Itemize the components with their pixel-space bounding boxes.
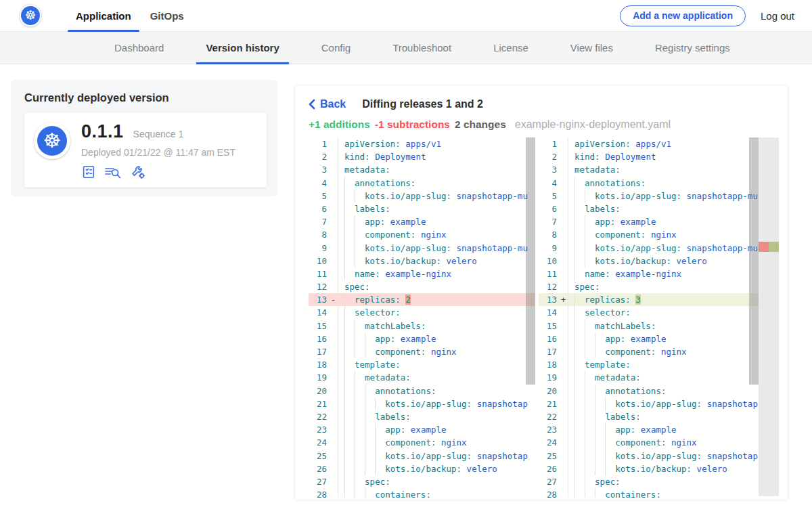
code-line: 1apiVersion: apps/v1 <box>309 137 535 150</box>
diff-filename: example-nginx-deployment.yaml <box>515 118 671 131</box>
tab-dashboard[interactable]: Dashboard <box>98 32 180 64</box>
code-line: 9kots.io/app-slug: snapshotapp-mu <box>539 242 779 255</box>
scrollbar-thumb[interactable] <box>749 137 759 385</box>
overview-ruler[interactable] <box>759 137 779 496</box>
kubernetes-logo: ☸ <box>19 4 42 27</box>
tab-registry-settings[interactable]: Registry settings <box>639 32 746 64</box>
code-line: 16app: example <box>539 332 779 345</box>
line-number: 24 <box>309 436 329 449</box>
line-number: 10 <box>309 255 329 267</box>
line-number: 2 <box>309 150 329 163</box>
code-line: 20annotations: <box>309 385 535 397</box>
line-number: 16 <box>309 332 329 345</box>
code-line: 7app: example <box>539 215 779 228</box>
diff-marker <box>559 332 568 345</box>
diff-marker <box>559 450 568 462</box>
line-number: 5 <box>309 190 329 202</box>
diff-marker <box>329 475 338 488</box>
changes-count: 2 changes <box>455 118 506 131</box>
line-number: 1 <box>309 137 329 150</box>
tab-config[interactable]: Config <box>305 32 367 64</box>
code-line: 8component: nginx <box>309 228 535 241</box>
scrollbar-thumb[interactable] <box>526 137 535 385</box>
diff-marker <box>559 150 568 163</box>
code-line: 4annotations: <box>539 177 779 190</box>
diff-marker <box>329 306 338 319</box>
tab-troubleshoot[interactable]: Troubleshoot <box>376 32 468 64</box>
code-line: 25kots.io/app-slug: snapshotap <box>309 450 535 462</box>
code-line: 10kots.io/backup: velero <box>539 255 779 267</box>
diff-marker <box>559 306 568 319</box>
kubernetes-wheel-icon: ☸ <box>37 126 67 156</box>
code-line: 8component: nginx <box>539 228 779 241</box>
tab-version-history[interactable]: Version history <box>189 32 295 64</box>
diff-marker <box>329 242 338 255</box>
code-line: 24component: nginx <box>539 436 779 449</box>
config-icon[interactable] <box>130 164 146 180</box>
additions-count: +1 additions <box>309 118 370 131</box>
diff-marker <box>329 150 338 163</box>
diff-marker <box>329 450 338 462</box>
line-number: 24 <box>539 436 559 449</box>
code-line: 19metadata: <box>309 371 535 384</box>
top-nav-tabs: ApplicationGitOps <box>66 0 194 32</box>
code-line: 16app: example <box>309 332 535 345</box>
diff-marker <box>329 320 338 332</box>
line-number: 7 <box>309 215 329 228</box>
diff-marker <box>329 267 338 280</box>
version-action-icons <box>81 164 257 180</box>
top-nav: ☸ ApplicationGitOps Add a new applicatio… <box>0 0 812 32</box>
diff-marker <box>329 255 338 267</box>
diff-stats: +1 additions -1 subtractions 2 changes e… <box>309 118 777 131</box>
diff-marker <box>559 371 568 384</box>
diff-marker <box>329 423 338 436</box>
deployed-timestamp: Deployed 01/21/22 @ 11:47 am EST <box>81 147 257 158</box>
diff-marker <box>559 385 568 397</box>
diff-marker <box>329 385 338 397</box>
tab-view-files[interactable]: View files <box>554 32 629 64</box>
diff-pane-original[interactable]: 1apiVersion: apps/v12kind: Deployment3me… <box>309 137 535 498</box>
diff-marker <box>559 423 568 436</box>
line-number: 10 <box>539 255 559 267</box>
code-line: 17component: nginx <box>539 345 779 358</box>
diff-marker <box>329 228 338 241</box>
release-notes-icon[interactable] <box>81 165 96 179</box>
line-number: 26 <box>539 462 559 475</box>
diff-marker <box>559 358 568 371</box>
code-line: 5kots.io/app-slug: snapshotapp-mu <box>539 190 779 202</box>
code-line: 3metadata: <box>309 163 535 176</box>
code-line: 3metadata: <box>539 163 779 176</box>
diff-editor: 1apiVersion: apps/v12kind: Deployment3me… <box>309 137 777 498</box>
diff-marker <box>329 371 338 384</box>
code-line: 13+replicas: 3 <box>539 293 779 306</box>
line-number: 4 <box>309 177 329 190</box>
code-line: 18template: <box>309 358 535 371</box>
version-number: 0.1.1 <box>81 121 124 142</box>
back-button[interactable]: Back <box>309 98 346 110</box>
top-tab-gitops[interactable]: GitOps <box>141 0 194 32</box>
diff-marker: + <box>559 293 568 306</box>
line-number: 3 <box>539 163 559 176</box>
code-line: 28containers: <box>539 488 779 498</box>
line-number: 15 <box>309 320 329 332</box>
code-line: 14selector: <box>539 306 779 319</box>
line-number: 22 <box>309 410 329 423</box>
line-number: 6 <box>539 202 559 215</box>
code-line: 2kind: Deployment <box>309 150 535 163</box>
tab-license[interactable]: License <box>477 32 545 64</box>
code-line: 6labels: <box>539 202 779 215</box>
line-number: 27 <box>309 475 329 488</box>
line-number: 13 <box>539 293 559 306</box>
top-tab-application[interactable]: Application <box>66 0 141 32</box>
logout-button[interactable]: Log out <box>761 10 794 22</box>
diff-pane-modified[interactable]: 1apiVersion: apps/v12kind: Deployment3me… <box>539 137 779 498</box>
code-line: 20annotations: <box>539 385 779 397</box>
code-line: 25kots.io/app-slug: snapshotap <box>539 450 779 462</box>
add-application-button[interactable]: Add a new application <box>620 5 746 26</box>
overview-added-marker <box>769 242 779 252</box>
preflight-results-icon[interactable] <box>104 165 122 179</box>
chevron-left-icon <box>309 99 315 110</box>
diff-marker <box>559 397 568 410</box>
diff-marker <box>559 475 568 488</box>
diff-marker <box>329 410 338 423</box>
